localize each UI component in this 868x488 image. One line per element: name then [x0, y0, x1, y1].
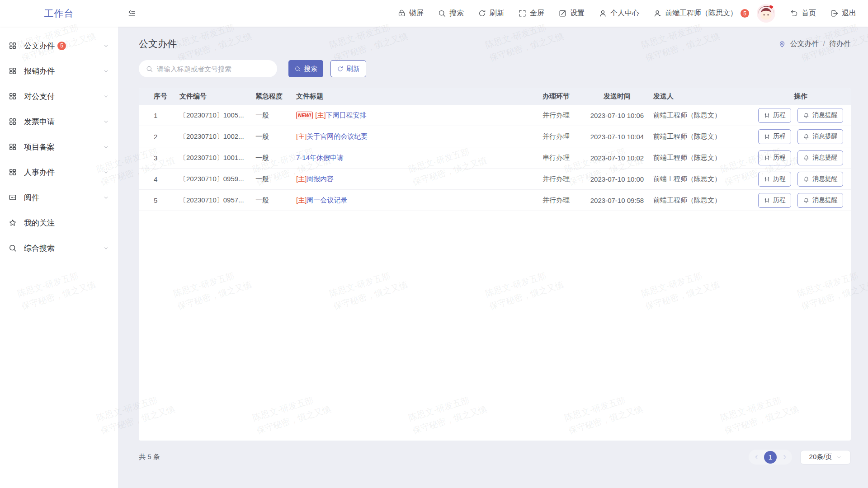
table-row: 2 〔20230710〕1002... 一般 [主] 关于官网的会议纪要 并行办… — [139, 126, 851, 147]
send-time: 2023-07-10 10:00 — [581, 175, 653, 183]
breadcrumb-root[interactable]: 公文办件 — [790, 39, 819, 49]
user-icon — [599, 9, 607, 18]
grid-icon — [8, 142, 17, 151]
row-index: 2 — [139, 133, 179, 141]
search-button[interactable]: 搜索 — [288, 60, 323, 77]
notify-button[interactable]: 消息提醒 — [797, 150, 843, 165]
sliders-icon — [764, 176, 770, 183]
sliders-icon — [764, 197, 770, 204]
doc-number: 〔20230710〕1005... — [179, 111, 255, 120]
sidebar-item-global-search[interactable]: 综合搜索 — [0, 235, 118, 261]
history-button[interactable]: 历程 — [758, 150, 791, 165]
search-icon — [294, 66, 301, 72]
table-row: 5 〔20230710〕0957... 一般 [主] 周一会议记录 并行办理 2… — [139, 190, 851, 211]
search-input[interactable] — [157, 65, 270, 73]
process-step: 并行办理 — [531, 132, 581, 141]
history-button[interactable]: 历程 — [758, 108, 791, 123]
profile-center-button[interactable]: 个人中心 — [599, 9, 639, 18]
lock-screen-button[interactable]: 锁屏 — [397, 9, 424, 18]
page-size-select[interactable]: 20条/页 — [800, 450, 851, 465]
col-header-sender: 发送人 — [653, 92, 750, 101]
settings-icon — [558, 9, 567, 18]
logout-button[interactable]: 退出 — [830, 9, 856, 18]
breadcrumb: 公文办件 / 待办件 — [778, 39, 851, 49]
sidebar-item-my-follows[interactable]: 我的关注 — [0, 210, 118, 235]
col-header-actions: 操作 — [750, 92, 851, 101]
doc-title-link[interactable]: 7-14年休假申请 — [296, 154, 344, 162]
bell-icon — [803, 155, 810, 161]
current-user[interactable]: 前端工程师（陈思文） 5 — [653, 9, 749, 18]
chevron-down-icon — [836, 455, 842, 460]
bell-icon — [803, 133, 810, 140]
sliders-icon — [764, 112, 770, 119]
document-table: 序号 文件编号 紧急程度 文件标题 办理环节 发送时间 发送人 操作 1 〔20… — [139, 88, 851, 441]
doc-title-link[interactable]: 下周日程安排 — [326, 111, 367, 120]
sidebar-item-reading-docs[interactable]: 阅件 — [0, 185, 118, 210]
sidebar-item-project-filing[interactable]: 项目备案 — [0, 134, 118, 160]
send-time: 2023-07-10 10:04 — [581, 133, 653, 141]
col-header-title: 文件标题 — [296, 92, 531, 101]
next-page-button[interactable] — [779, 452, 790, 463]
chevron-down-icon — [103, 245, 109, 251]
search-icon — [8, 244, 17, 253]
process-step: 串行办理 — [531, 154, 581, 162]
notify-button[interactable]: 消息提醒 — [797, 108, 843, 123]
notify-button[interactable]: 消息提醒 — [797, 193, 843, 208]
avatar-image — [756, 4, 776, 23]
global-search-button[interactable]: 搜索 — [438, 9, 464, 18]
home-button[interactable]: 首页 — [790, 9, 816, 18]
sidebar-item-reimbursement[interactable]: 报销办件 — [0, 58, 118, 84]
settings-button[interactable]: 设置 — [558, 9, 585, 18]
sender: 前端工程师（陈思文） — [653, 196, 750, 205]
urgency: 一般 — [255, 175, 296, 183]
sidebar-item-invoice-request[interactable]: 发票申请 — [0, 109, 118, 134]
fullscreen-icon — [518, 9, 527, 18]
fullscreen-button[interactable]: 全屏 — [518, 9, 544, 18]
user-name: 前端工程师（陈思文） — [665, 9, 737, 18]
history-button[interactable]: 历程 — [758, 129, 791, 144]
doc-number: 〔20230710〕1001... — [179, 154, 255, 162]
doc-title-link[interactable]: 周报内容 — [307, 175, 334, 183]
urgency: 一般 — [255, 154, 296, 162]
search-box — [139, 60, 277, 77]
user-message-badge: 5 — [741, 9, 749, 18]
doc-title-link[interactable]: 关于官网的会议纪要 — [307, 132, 368, 141]
process-step: 并行办理 — [531, 111, 581, 120]
send-time: 2023-07-10 10:06 — [581, 112, 653, 119]
sidebar: 公文办件 5 报销办件 对公支付 发票申请 项目备案 人事办件 — [0, 27, 118, 488]
notify-button[interactable]: 消息提醒 — [797, 129, 843, 144]
sidebar-collapse-button[interactable] — [127, 9, 137, 18]
workbench-app: 工作台 锁屏 搜索 刷新 全屏 设置 个人中心 前端工程师（陈思文） 5 — [0, 0, 868, 488]
sender: 前端工程师（陈思文） — [653, 175, 750, 183]
row-index: 3 — [139, 154, 179, 162]
sidebar-item-corporate-payment[interactable]: 对公支付 — [0, 84, 118, 109]
notify-button[interactable]: 消息提醒 — [797, 172, 843, 187]
bell-icon — [803, 112, 810, 119]
col-header-time: 发送时间 — [581, 92, 653, 101]
prev-page-button[interactable] — [751, 452, 762, 463]
doc-number: 〔20230710〕0957... — [179, 196, 255, 205]
row-index: 4 — [139, 175, 179, 183]
user-avatar[interactable] — [756, 4, 776, 23]
doc-title-link[interactable]: 周一会议记录 — [307, 196, 347, 205]
refresh-list-button[interactable]: 刷新 — [330, 60, 366, 77]
history-button[interactable]: 历程 — [758, 172, 791, 187]
page-1-button[interactable]: 1 — [764, 451, 777, 464]
process-step: 并行办理 — [531, 196, 581, 205]
history-button[interactable]: 历程 — [758, 193, 791, 208]
sliders-icon — [764, 155, 770, 161]
refresh-button[interactable]: 刷新 — [478, 9, 504, 18]
grid-icon — [8, 66, 17, 75]
chevron-down-icon — [103, 119, 109, 125]
app-logo: 工作台 — [0, 7, 118, 20]
table-row: 4 〔20230710〕0959... 一般 [主] 周报内容 并行办理 202… — [139, 169, 851, 190]
sidebar-item-hr-matters[interactable]: 人事办件 — [0, 160, 118, 185]
process-step: 并行办理 — [531, 175, 581, 183]
sender: 前端工程师（陈思文） — [653, 111, 750, 120]
refresh-icon — [337, 66, 344, 72]
sidebar-item-official-docs[interactable]: 公文办件 5 — [0, 33, 118, 58]
chevron-down-icon — [103, 94, 109, 99]
urgency: 一般 — [255, 111, 296, 120]
table-row: 3 〔20230710〕1001... 一般 7-14年休假申请 串行办理 20… — [139, 147, 851, 169]
refresh-icon — [478, 9, 486, 18]
